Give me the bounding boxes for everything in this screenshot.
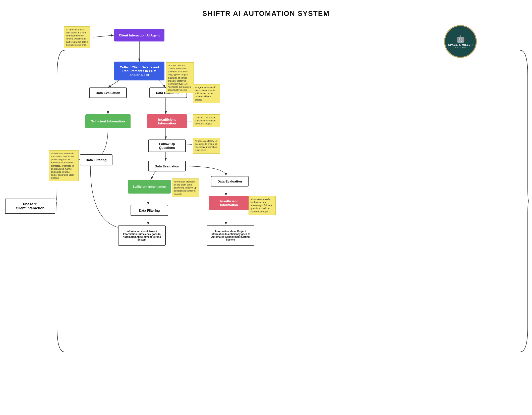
sufficient-info-2-node: Sufficient Information bbox=[128, 180, 171, 194]
client-agent-sticky: AI Agent interacts with clients in a for… bbox=[64, 26, 90, 48]
right-brace bbox=[519, 50, 529, 352]
page-title: SHIFTR AI AUTOMATION SYSTEM bbox=[0, 0, 532, 18]
insufficient-info-1-node: Insufficient Information bbox=[147, 114, 187, 128]
data-eval-4-node: Data Evaluation bbox=[211, 176, 249, 187]
sufficient-info-1-node: Sufficient Information bbox=[85, 114, 131, 128]
follow-up-questions-node: Follow-Up Questions bbox=[148, 140, 186, 152]
logo-icon: 🤖 bbox=[456, 35, 465, 43]
data-eval-1-node: Data Evaluation bbox=[89, 87, 127, 98]
phase-label: Phase 1: Client Interaction bbox=[5, 199, 55, 214]
logo-name: SPACE & MILLER bbox=[448, 43, 473, 46]
collect-client-details-node: Collect Client Details and Requirements … bbox=[114, 62, 164, 80]
logo: 🤖 SPACE & MILLER Est. 2024 bbox=[444, 25, 477, 58]
left-brace bbox=[56, 50, 66, 352]
collect-sticky: AI Agent asks for specific information b… bbox=[166, 62, 194, 93]
follow-up-sticky: AI generates follow-up questions to ensu… bbox=[193, 138, 220, 154]
sufficient-info2-sticky: Information provided by the client upon … bbox=[172, 178, 199, 197]
end-sufficient-node: Information about Project Information Su… bbox=[118, 225, 166, 246]
insufficient1-sticky: Client did not provide sufficient inform… bbox=[193, 114, 220, 127]
data-filtering-1-node: Data Filtering bbox=[80, 154, 112, 165]
client-interaction-agent-node: Client Interaction AI Agent bbox=[114, 29, 164, 41]
data-eval2-sticky: AI Agent evaluates if the collected data… bbox=[193, 84, 220, 103]
insufficient-info-2-node: Insufficient Information bbox=[209, 196, 249, 210]
main-container: SHIFTR AI AUTOMATION SYSTEM 🤖 SPACE & MI… bbox=[0, 0, 532, 415]
logo-est: Est. 2024 bbox=[455, 46, 466, 49]
data-filtering-2-node: Data Filtering bbox=[131, 205, 168, 216]
insufficient2-sticky: Information provided by the client upon … bbox=[249, 196, 276, 215]
end-insufficient-node: Information about Project Information In… bbox=[207, 225, 254, 246]
svg-line-10 bbox=[93, 35, 114, 37]
data-eval-3-node: Data Evaluation bbox=[148, 161, 186, 171]
